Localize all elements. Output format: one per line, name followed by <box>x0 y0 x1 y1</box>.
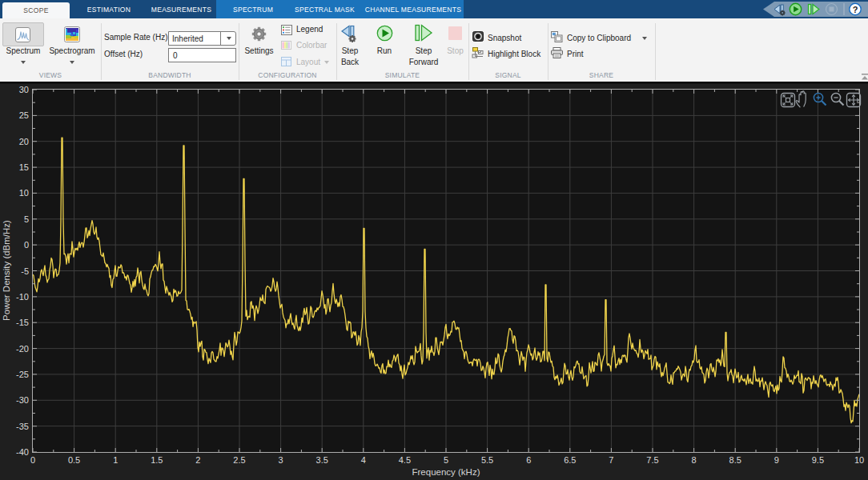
svg-text:-25: -25 <box>16 370 29 379</box>
svg-text:15: 15 <box>19 162 29 172</box>
svg-text:5.5: 5.5 <box>481 455 493 465</box>
svg-text:6.5: 6.5 <box>564 455 576 465</box>
svg-text:10: 10 <box>19 188 29 198</box>
svg-text:1.5: 1.5 <box>151 455 163 465</box>
svg-text:-20: -20 <box>16 344 29 354</box>
svg-text:2.5: 2.5 <box>233 455 245 465</box>
svg-text:10: 10 <box>854 455 864 465</box>
svg-text:5: 5 <box>24 214 29 224</box>
svg-text:0: 0 <box>24 240 29 250</box>
svg-text:0.5: 0.5 <box>68 455 80 465</box>
svg-text:7: 7 <box>609 455 613 465</box>
svg-text:9.5: 9.5 <box>812 455 824 465</box>
svg-text:20: 20 <box>19 137 29 146</box>
svg-text:2: 2 <box>195 455 200 465</box>
svg-text:30: 30 <box>19 85 29 94</box>
svg-text:-40: -40 <box>16 447 29 457</box>
svg-text:3: 3 <box>279 455 283 465</box>
svg-text:Frequency (kHz): Frequency (kHz) <box>412 467 480 477</box>
svg-text:0: 0 <box>30 455 35 465</box>
svg-text:25: 25 <box>19 110 29 120</box>
svg-text:7.5: 7.5 <box>646 455 658 465</box>
svg-text:8.5: 8.5 <box>729 455 741 465</box>
svg-text:-10: -10 <box>16 292 29 302</box>
svg-text:-30: -30 <box>16 395 29 405</box>
svg-text:4.5: 4.5 <box>399 455 411 465</box>
svg-text:Power Density (dBm/Hz): Power Density (dBm/Hz) <box>2 220 11 321</box>
svg-text:-5: -5 <box>21 266 29 276</box>
svg-text:-15: -15 <box>16 318 29 327</box>
svg-text:9: 9 <box>774 455 779 465</box>
svg-text:4: 4 <box>361 455 366 465</box>
svg-text:6: 6 <box>526 455 531 465</box>
svg-text:-35: -35 <box>16 422 29 431</box>
svg-text:?: ? <box>853 5 858 14</box>
svg-text:1: 1 <box>113 455 118 465</box>
svg-text:3.5: 3.5 <box>316 455 328 465</box>
svg-text:8: 8 <box>692 455 697 465</box>
svg-text:5: 5 <box>444 455 448 465</box>
